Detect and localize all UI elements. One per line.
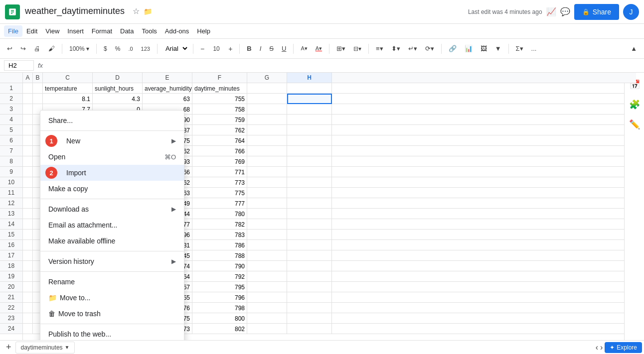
cell[interactable]: 798 (192, 303, 247, 313)
insert-chart-button[interactable]: 📊 (462, 43, 476, 54)
borders-button[interactable]: ⊞▾ (333, 43, 348, 54)
cell[interactable] (23, 135, 33, 146)
cell[interactable] (247, 167, 287, 177)
cell[interactable]: 792 (192, 271, 247, 282)
font-size-increase[interactable]: + (225, 43, 235, 55)
cell[interactable] (287, 188, 332, 198)
cell[interactable] (287, 240, 332, 250)
cell[interactable] (247, 282, 287, 292)
filter-button[interactable]: ▼ (492, 43, 504, 54)
menu-item-view[interactable]: View (41, 25, 63, 37)
cell[interactable]: 790 (192, 261, 247, 271)
cell[interactable] (287, 156, 332, 167)
menu-open[interactable]: Open ⌘O (40, 149, 184, 165)
menu-item-help[interactable]: Help (193, 25, 214, 37)
cell[interactable] (287, 125, 332, 135)
cell[interactable] (287, 324, 332, 334)
cell[interactable] (287, 313, 332, 324)
col-header-b[interactable]: B (33, 73, 43, 83)
wrap-button[interactable]: ↵▾ (405, 43, 420, 54)
cell[interactable] (23, 125, 33, 135)
cell-reference[interactable]: H2 (4, 60, 34, 71)
menu-move-to[interactable]: 📁 Move to... (40, 290, 184, 306)
col-header-e[interactable]: E (143, 73, 192, 83)
menu-make-available-offline[interactable]: Make available offline (40, 233, 184, 249)
cell[interactable]: 771 (192, 167, 247, 177)
cell[interactable] (23, 146, 33, 156)
cell[interactable] (287, 261, 332, 271)
cell[interactable] (247, 313, 287, 324)
cell[interactable] (247, 125, 287, 135)
halign-button[interactable]: ≡▾ (373, 43, 386, 54)
underline-button[interactable]: U (279, 43, 289, 54)
cell[interactable] (287, 146, 332, 156)
cell[interactable] (247, 324, 287, 334)
menu-new[interactable]: 1 New ▶ (40, 133, 184, 149)
cell[interactable] (247, 240, 287, 250)
menu-import[interactable]: 2 Import (40, 165, 184, 181)
cell[interactable] (23, 104, 33, 115)
cell[interactable]: 8.1 (43, 94, 93, 104)
undo-button[interactable]: ↩ (4, 43, 15, 54)
col-header-d[interactable]: D (93, 73, 143, 83)
cell[interactable] (247, 115, 287, 125)
cell[interactable] (287, 83, 332, 94)
insert-image-button[interactable]: 🖼 (478, 43, 490, 54)
cell[interactable] (247, 83, 287, 94)
col-header-h[interactable]: H (287, 73, 332, 83)
cell[interactable] (287, 177, 332, 188)
merge-button[interactable]: ⊟▾ (350, 43, 364, 54)
link-button[interactable]: 🔗 (446, 43, 460, 54)
menu-download-as[interactable]: Download as ▶ (40, 201, 184, 217)
add-sheet-button[interactable]: + (2, 342, 15, 353)
format-paint-button[interactable]: 🖌 (45, 43, 58, 54)
valign-button[interactable]: ⬍▾ (388, 43, 403, 54)
cell[interactable] (247, 292, 287, 303)
cell[interactable] (287, 135, 332, 146)
currency-button[interactable]: $ (101, 43, 110, 54)
cell[interactable] (287, 209, 332, 219)
more-button[interactable]: ... (528, 43, 540, 54)
menu-item-edit[interactable]: Edit (22, 25, 41, 37)
col-header-a[interactable]: A (23, 73, 33, 83)
cell[interactable] (287, 303, 332, 313)
cell[interactable] (247, 261, 287, 271)
cell[interactable] (23, 156, 33, 167)
cell[interactable]: 4.3 (93, 94, 143, 104)
strikethrough-button[interactable]: S (266, 43, 277, 54)
zoom-select[interactable]: 100% ▾ (66, 43, 92, 54)
cell[interactable] (23, 230, 33, 240)
cell[interactable]: 766 (192, 146, 247, 156)
col-header-c[interactable]: C (43, 73, 93, 83)
cell[interactable]: 762 (192, 125, 247, 135)
pencil-sidebar-icon[interactable]: ✏️ (627, 117, 643, 132)
cell[interactable] (287, 198, 332, 209)
sheet-tab[interactable]: daytimeminutes ▼ (15, 342, 75, 354)
cell[interactable]: 796 (192, 292, 247, 303)
menu-rename[interactable]: Rename (40, 274, 184, 290)
menu-version-history[interactable]: Version history ▶ (40, 253, 184, 269)
cell[interactable] (23, 198, 33, 209)
cell[interactable] (287, 282, 332, 292)
cell[interactable] (247, 230, 287, 240)
cell[interactable]: 788 (192, 250, 247, 261)
cell[interactable]: sunlight_hours (93, 83, 143, 94)
cell[interactable] (247, 156, 287, 167)
cell[interactable] (33, 83, 43, 94)
cell[interactable]: 775 (192, 188, 247, 198)
cell[interactable] (287, 115, 332, 125)
cell[interactable] (23, 167, 33, 177)
decimal-less-button[interactable]: 123 (138, 44, 153, 54)
cell[interactable] (247, 104, 287, 115)
collapse-toolbar-button[interactable]: ▲ (628, 43, 640, 54)
menu-item-format[interactable]: Format (88, 25, 116, 37)
col-header-g[interactable]: G (247, 73, 287, 83)
cell[interactable] (287, 271, 332, 282)
col-header-f[interactable]: F (192, 73, 247, 83)
cell[interactable] (23, 219, 33, 230)
cell[interactable]: 782 (192, 219, 247, 230)
cell[interactable] (247, 188, 287, 198)
cell[interactable] (287, 167, 332, 177)
scroll-sheets-left[interactable]: ‹ (596, 343, 598, 352)
sum-button[interactable]: Σ▾ (513, 43, 526, 54)
